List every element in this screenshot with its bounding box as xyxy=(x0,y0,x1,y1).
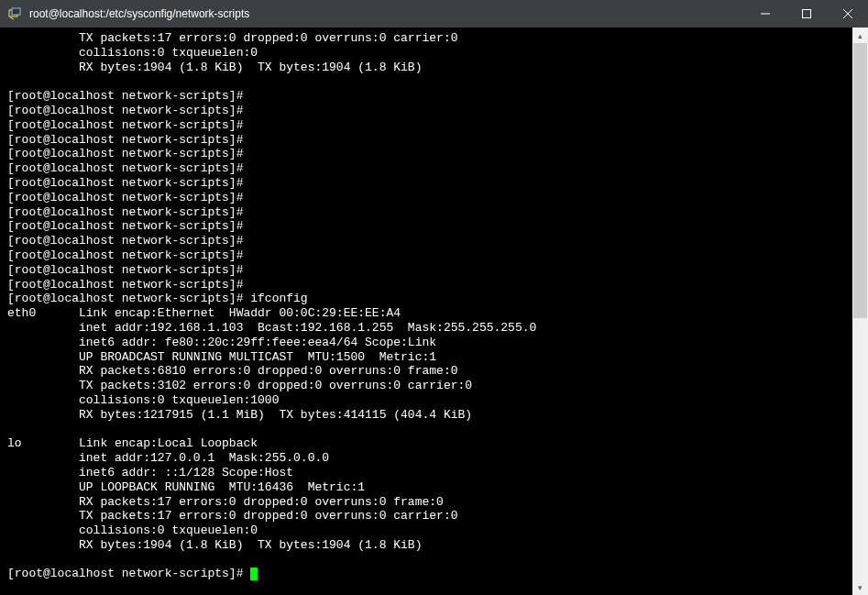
terminal-prompt[interactable]: [root@localhost network-scripts]# xyxy=(7,567,852,581)
prompt-text: [root@localhost network-scripts]# xyxy=(7,567,250,580)
terminal-line: collisions:0 txqueuelen:0 xyxy=(7,523,852,538)
terminal-line xyxy=(7,553,852,567)
terminal-line: [root@localhost network-scripts]# xyxy=(7,263,852,278)
window-title: root@localhost:/etc/sysconfig/network-sc… xyxy=(27,7,744,20)
scrollbar-thumb[interactable] xyxy=(853,43,867,318)
vertical-scrollbar[interactable]: ▴ ▾ xyxy=(852,28,868,595)
window-controls xyxy=(744,0,868,28)
scroll-up-arrow[interactable]: ▴ xyxy=(852,28,868,43)
terminal-line: [root@localhost network-scripts]# xyxy=(7,161,852,176)
terminal-output[interactable]: TX packets:17 errors:0 dropped:0 overrun… xyxy=(0,28,852,595)
terminal-line: collisions:0 txqueuelen:0 xyxy=(7,46,852,61)
terminal-line: [root@localhost network-scripts]# xyxy=(7,278,852,292)
terminal-line xyxy=(7,74,852,89)
terminal-line: inet6 addr: fe80::20c:29ff:feee:eea4/64 … xyxy=(7,336,852,350)
terminal-line: [root@localhost network-scripts]# xyxy=(7,248,852,263)
terminal-line: RX packets:6810 errors:0 dropped:0 overr… xyxy=(7,364,852,379)
close-button[interactable] xyxy=(827,0,868,28)
close-icon xyxy=(843,9,852,18)
content-area: TX packets:17 errors:0 dropped:0 overrun… xyxy=(0,28,868,595)
cursor xyxy=(250,567,258,580)
terminal-line: [root@localhost network-scripts]# xyxy=(7,133,852,148)
terminal-line: [root@localhost network-scripts]# xyxy=(7,205,852,220)
terminal-line: [root@localhost network-scripts]# ifconf… xyxy=(7,292,852,306)
terminal-window: root@localhost:/etc/sysconfig/network-sc… xyxy=(0,0,868,595)
maximize-icon xyxy=(802,9,811,18)
minimize-icon xyxy=(761,9,770,18)
terminal-line: RX bytes:1904 (1.8 KiB) TX bytes:1904 (1… xyxy=(7,538,852,553)
svg-line-2 xyxy=(10,17,14,19)
terminal-line: UP BROADCAST RUNNING MULTICAST MTU:1500 … xyxy=(7,350,852,365)
svg-rect-4 xyxy=(802,10,810,18)
terminal-line: eth0 Link encap:Ethernet HWaddr 00:0C:29… xyxy=(7,306,852,321)
maximize-button[interactable] xyxy=(786,0,827,28)
minimize-button[interactable] xyxy=(744,0,786,28)
terminal-line: UP LOOPBACK RUNNING MTU:16436 Metric:1 xyxy=(7,480,852,495)
terminal-line: [root@localhost network-scripts]# xyxy=(7,176,852,191)
titlebar[interactable]: root@localhost:/etc/sysconfig/network-sc… xyxy=(0,0,868,28)
terminal-line: RX bytes:1217915 (1.1 MiB) TX bytes:4141… xyxy=(7,408,852,423)
scroll-down-arrow[interactable]: ▾ xyxy=(852,579,868,595)
terminal-line: inet6 addr: ::1/128 Scope:Host xyxy=(7,466,852,480)
terminal-line: [root@localhost network-scripts]# xyxy=(7,234,852,248)
terminal-line: [root@localhost network-scripts]# xyxy=(7,147,852,161)
terminal-line: RX bytes:1904 (1.8 KiB) TX bytes:1904 (1… xyxy=(7,61,852,75)
terminal-line: [root@localhost network-scripts]# xyxy=(7,219,852,234)
terminal-line: [root@localhost network-scripts]# xyxy=(7,191,852,205)
terminal-line: [root@localhost network-scripts]# xyxy=(7,118,852,133)
terminal-line: TX packets:17 errors:0 dropped:0 overrun… xyxy=(7,31,852,46)
terminal-line: [root@localhost network-scripts]# xyxy=(7,89,852,104)
terminal-line xyxy=(7,423,852,437)
terminal-line: [root@localhost network-scripts]# xyxy=(7,104,852,118)
terminal-line: TX packets:3102 errors:0 dropped:0 overr… xyxy=(7,379,852,393)
svg-rect-1 xyxy=(12,8,20,15)
terminal-line: TX packets:17 errors:0 dropped:0 overrun… xyxy=(7,509,852,523)
terminal-line: inet addr:192.168.1.103 Bcast:192.168.1.… xyxy=(7,321,852,336)
terminal-line: inet addr:127.0.0.1 Mask:255.0.0.0 xyxy=(7,451,852,466)
terminal-line: lo Link encap:Local Loopback xyxy=(7,436,852,451)
terminal-line: collisions:0 txqueuelen:1000 xyxy=(7,393,852,408)
terminal-line: RX packets:17 errors:0 dropped:0 overrun… xyxy=(7,495,852,510)
app-icon xyxy=(7,6,22,21)
